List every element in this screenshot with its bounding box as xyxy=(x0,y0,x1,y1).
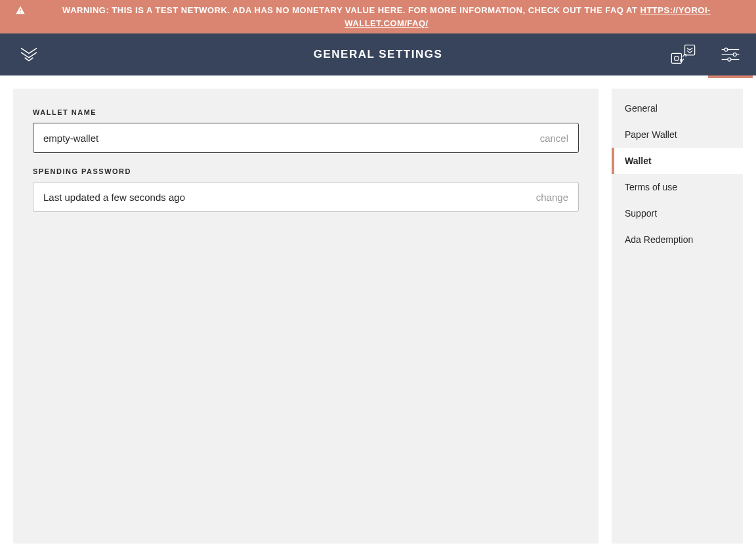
content-area: WALLET NAME cancel SPENDING PASSWORD Las… xyxy=(0,75,756,556)
sidebar-item-paper-wallet[interactable]: Paper Wallet xyxy=(612,121,743,148)
sidebar-item-general[interactable]: General xyxy=(612,95,743,121)
warning-icon xyxy=(15,5,26,16)
spending-password-group: SPENDING PASSWORD Last updated a few sec… xyxy=(33,167,579,212)
svg-point-9 xyxy=(728,58,731,61)
app-header: GENERAL SETTINGS xyxy=(0,33,756,75)
wallet-name-box[interactable]: cancel xyxy=(33,123,579,153)
warning-text: WARNING: THIS IS A TEST NETWORK. ADA HAS… xyxy=(32,4,741,30)
wallet-name-cancel[interactable]: cancel xyxy=(540,133,568,144)
settings-panel: WALLET NAME cancel SPENDING PASSWORD Las… xyxy=(13,89,598,544)
spending-password-label: SPENDING PASSWORD xyxy=(33,167,579,175)
svg-point-3 xyxy=(675,56,679,61)
warning-banner: WARNING: THIS IS A TEST NETWORK. ADA HAS… xyxy=(0,0,756,33)
logo-button[interactable] xyxy=(13,33,45,75)
sidebar-item-wallet[interactable]: Wallet xyxy=(612,148,743,174)
sidebar-item-ada-redemption[interactable]: Ada Redemption xyxy=(612,226,743,253)
svg-point-0 xyxy=(20,12,21,13)
daedalus-transfer-button[interactable] xyxy=(667,33,699,75)
svg-rect-2 xyxy=(671,53,681,63)
yoroi-logo-icon xyxy=(18,44,39,65)
wallet-name-label: WALLET NAME xyxy=(33,108,579,116)
sidebar-item-terms[interactable]: Terms of use xyxy=(612,174,743,200)
spending-password-status: Last updated a few seconds ago xyxy=(43,192,530,203)
svg-point-7 xyxy=(733,53,736,56)
sidebar-item-support[interactable]: Support xyxy=(612,200,743,226)
transfer-icon xyxy=(669,43,697,66)
spending-password-change[interactable]: change xyxy=(536,192,568,203)
settings-sidebar: General Paper Wallet Wallet Terms of use… xyxy=(612,89,743,544)
page-title: GENERAL SETTINGS xyxy=(314,48,443,61)
settings-icon xyxy=(721,47,740,62)
wallet-name-group: WALLET NAME cancel xyxy=(33,108,579,153)
wallet-name-input[interactable] xyxy=(43,133,534,144)
svg-point-5 xyxy=(724,48,728,51)
spending-password-box[interactable]: Last updated a few seconds ago change xyxy=(33,182,579,212)
settings-button[interactable] xyxy=(715,33,746,75)
